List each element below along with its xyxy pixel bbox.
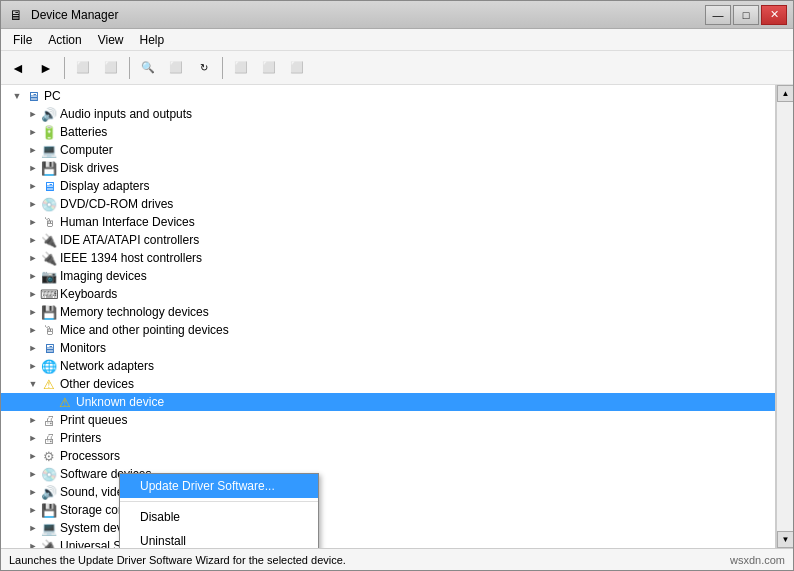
tree-item-disk[interactable]: ► 💾 Disk drives bbox=[1, 159, 775, 177]
root-expander[interactable]: ▼ bbox=[9, 88, 25, 104]
title-bar-buttons: — □ ✕ bbox=[705, 5, 787, 25]
display-expander[interactable]: ► bbox=[25, 178, 41, 194]
audio-expander[interactable]: ► bbox=[25, 106, 41, 122]
toolbar-btn2[interactable]: ⬜ bbox=[98, 55, 124, 81]
toolbar-forward[interactable]: ► bbox=[33, 55, 59, 81]
tree-root[interactable]: ▼ 🖥 PC bbox=[1, 87, 775, 105]
memory-expander[interactable]: ► bbox=[25, 304, 41, 320]
ctx-sep1 bbox=[120, 501, 318, 502]
menu-help[interactable]: Help bbox=[132, 31, 173, 49]
device-manager-window: 🖥 Device Manager — □ ✕ File Action View … bbox=[0, 0, 794, 571]
toolbar-btn8[interactable]: ⬜ bbox=[284, 55, 310, 81]
unknown-label: Unknown device bbox=[76, 395, 164, 409]
ctx-disable[interactable]: Disable bbox=[120, 505, 318, 529]
tree-item-audio[interactable]: ► 🔊 Audio inputs and outputs bbox=[1, 105, 775, 123]
system-expander[interactable]: ► bbox=[25, 520, 41, 536]
other-expander[interactable]: ▼ bbox=[25, 376, 41, 392]
pc-icon: 🖥 bbox=[25, 88, 41, 104]
mice-expander[interactable]: ► bbox=[25, 322, 41, 338]
tree-item-processors[interactable]: ► ⚙ Processors bbox=[1, 447, 775, 465]
toolbar-btn5[interactable]: ↻ bbox=[191, 55, 217, 81]
ieee-expander[interactable]: ► bbox=[25, 250, 41, 266]
tree-item-monitors[interactable]: ► 🖥 Monitors bbox=[1, 339, 775, 357]
sound-expander[interactable]: ► bbox=[25, 484, 41, 500]
tree-item-dvd[interactable]: ► 💿 DVD/CD-ROM drives bbox=[1, 195, 775, 213]
software-expander[interactable]: ► bbox=[25, 466, 41, 482]
ide-label: IDE ATA/ATAPI controllers bbox=[60, 233, 199, 247]
tree-item-hid[interactable]: ► 🖱 Human Interface Devices bbox=[1, 213, 775, 231]
tree-item-imaging[interactable]: ► 📷 Imaging devices bbox=[1, 267, 775, 285]
toolbar-btn4[interactable]: ⬜ bbox=[163, 55, 189, 81]
hid-expander[interactable]: ► bbox=[25, 214, 41, 230]
tree-item-software[interactable]: ► 💿 Software devices bbox=[1, 465, 775, 483]
toolbar-back[interactable]: ◄ bbox=[5, 55, 31, 81]
tree-item-other[interactable]: ▼ ⚠ Other devices bbox=[1, 375, 775, 393]
toolbar-btn3[interactable]: 🔍 bbox=[135, 55, 161, 81]
sound-icon: 🔊 bbox=[41, 484, 57, 500]
tree-item-mice[interactable]: ► 🖱 Mice and other pointing devices bbox=[1, 321, 775, 339]
context-menu: Update Driver Software... Disable Uninst… bbox=[119, 473, 319, 548]
minimize-button[interactable]: — bbox=[705, 5, 731, 25]
storage-icon: 💾 bbox=[41, 502, 57, 518]
toolbar-btn1[interactable]: ⬜ bbox=[70, 55, 96, 81]
ctx-update-driver[interactable]: Update Driver Software... bbox=[120, 474, 318, 498]
processors-expander[interactable]: ► bbox=[25, 448, 41, 464]
printer-icon: 🖨 bbox=[41, 430, 57, 446]
printq-expander[interactable]: ► bbox=[25, 412, 41, 428]
monitors-expander[interactable]: ► bbox=[25, 340, 41, 356]
tree-panel[interactable]: ▼ 🖥 PC ► 🔊 Audio inputs and outputs ► 🔋 … bbox=[1, 85, 776, 548]
printers-label: Printers bbox=[60, 431, 101, 445]
tree-item-sound[interactable]: ► 🔊 Sound, video and game controllers bbox=[1, 483, 775, 501]
tree-item-batteries[interactable]: ► 🔋 Batteries bbox=[1, 123, 775, 141]
scroll-up-button[interactable]: ▲ bbox=[777, 85, 793, 102]
toolbar-btn6[interactable]: ⬜ bbox=[228, 55, 254, 81]
network-icon: 🌐 bbox=[41, 358, 57, 374]
dvd-icon: 💿 bbox=[41, 196, 57, 212]
disk-expander[interactable]: ► bbox=[25, 160, 41, 176]
tree-item-printq[interactable]: ► 🖨 Print queues bbox=[1, 411, 775, 429]
ide-expander[interactable]: ► bbox=[25, 232, 41, 248]
imaging-expander[interactable]: ► bbox=[25, 268, 41, 284]
tree-item-memory[interactable]: ► 💾 Memory technology devices bbox=[1, 303, 775, 321]
dvd-expander[interactable]: ► bbox=[25, 196, 41, 212]
toolbar: ◄ ► ⬜ ⬜ 🔍 ⬜ ↻ ⬜ ⬜ ⬜ bbox=[1, 51, 793, 85]
tree-item-computer[interactable]: ► 💻 Computer bbox=[1, 141, 775, 159]
tree-item-display[interactable]: ► 🖥 Display adapters bbox=[1, 177, 775, 195]
scroll-down-button[interactable]: ▼ bbox=[777, 531, 793, 548]
ctx-uninstall[interactable]: Uninstall bbox=[120, 529, 318, 548]
network-expander[interactable]: ► bbox=[25, 358, 41, 374]
tree-item-ide[interactable]: ► 🔌 IDE ATA/ATAPI controllers bbox=[1, 231, 775, 249]
mice-label: Mice and other pointing devices bbox=[60, 323, 229, 337]
tree-item-keyboards[interactable]: ► ⌨ Keyboards bbox=[1, 285, 775, 303]
display-label: Display adapters bbox=[60, 179, 149, 193]
tree-item-system[interactable]: ► 💻 System devices bbox=[1, 519, 775, 537]
tree-item-printers[interactable]: ► 🖨 Printers bbox=[1, 429, 775, 447]
other-label: Other devices bbox=[60, 377, 134, 391]
menu-action[interactable]: Action bbox=[40, 31, 89, 49]
menu-view[interactable]: View bbox=[90, 31, 132, 49]
printers-expander[interactable]: ► bbox=[25, 430, 41, 446]
hid-icon: 🖱 bbox=[41, 214, 57, 230]
tree-item-network[interactable]: ► 🌐 Network adapters bbox=[1, 357, 775, 375]
disk-label: Disk drives bbox=[60, 161, 119, 175]
maximize-button[interactable]: □ bbox=[733, 5, 759, 25]
mice-icon: 🖱 bbox=[41, 322, 57, 338]
batteries-expander[interactable]: ► bbox=[25, 124, 41, 140]
storage-expander[interactable]: ► bbox=[25, 502, 41, 518]
tree-item-usb[interactable]: ► 🔌 Universal Serial Bus controllers bbox=[1, 537, 775, 548]
close-button[interactable]: ✕ bbox=[761, 5, 787, 25]
scrollbar[interactable]: ▲ ▼ bbox=[776, 85, 793, 548]
scroll-track[interactable] bbox=[777, 102, 793, 531]
root-label: PC bbox=[44, 89, 61, 103]
computer-expander[interactable]: ► bbox=[25, 142, 41, 158]
status-brand: wsxdn.com bbox=[730, 554, 785, 566]
title-bar: 🖥 Device Manager — □ ✕ bbox=[1, 1, 793, 29]
usb-expander[interactable]: ► bbox=[25, 538, 41, 548]
menu-file[interactable]: File bbox=[5, 31, 40, 49]
tree-item-storage[interactable]: ► 💾 Storage controllers bbox=[1, 501, 775, 519]
dvd-label: DVD/CD-ROM drives bbox=[60, 197, 173, 211]
toolbar-btn7[interactable]: ⬜ bbox=[256, 55, 282, 81]
batteries-label: Batteries bbox=[60, 125, 107, 139]
tree-item-ieee[interactable]: ► 🔌 IEEE 1394 host controllers bbox=[1, 249, 775, 267]
tree-item-unknown[interactable]: ► ⚠ Unknown device bbox=[1, 393, 775, 411]
